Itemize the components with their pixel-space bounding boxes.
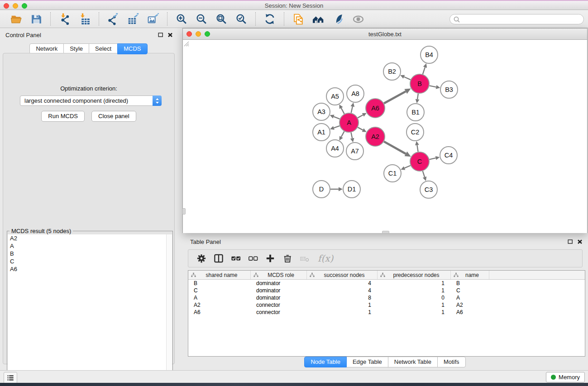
cell-predecessor-nodes: 1 bbox=[378, 301, 451, 309]
edge-A6-B[interactable] bbox=[384, 91, 406, 103]
import-network-button[interactable] bbox=[57, 12, 72, 26]
show-graphics-details-button[interactable] bbox=[330, 12, 346, 26]
zoom-out-button[interactable] bbox=[194, 12, 209, 26]
memory-button[interactable]: Memory bbox=[546, 372, 585, 382]
cell-MCDS-role: connector bbox=[251, 301, 307, 309]
zoom-fit-button[interactable] bbox=[214, 12, 229, 26]
export-image-button[interactable] bbox=[145, 12, 161, 26]
criterion-dropdown[interactable]: largest connected component (directed) bbox=[20, 95, 162, 106]
copy-current-view-button[interactable] bbox=[291, 12, 306, 26]
task-list-icon bbox=[7, 374, 14, 381]
table-row[interactable]: A6connector11A6 bbox=[188, 309, 585, 316]
task-history-button[interactable] bbox=[4, 372, 17, 384]
delete-table-icon bbox=[299, 253, 310, 264]
function-builder-button[interactable]: f(x) bbox=[318, 253, 333, 264]
network-graph: A5A8A3A6AA1A2A4A7B2B4BB3B1C2C4CC1C3DD1 bbox=[183, 40, 587, 233]
close-table-panel-icon[interactable] bbox=[577, 239, 583, 244]
edge-B-B4[interactable] bbox=[423, 67, 425, 75]
hide-graphics-details-button[interactable] bbox=[350, 12, 366, 26]
cell-MCDS-role: dominator bbox=[251, 294, 307, 301]
network-vertical-scrollbar[interactable] bbox=[182, 208, 186, 214]
edge-A-A4[interactable] bbox=[341, 131, 344, 137]
export-network-button[interactable] bbox=[105, 12, 121, 26]
cell-shared-name: A6 bbox=[188, 309, 251, 316]
table-row[interactable]: Bdominator41B bbox=[188, 280, 585, 287]
table-tabs: Node TableEdge TableNetwork TableMotifs bbox=[182, 357, 588, 367]
run-mcds-button[interactable]: Run MCDS bbox=[41, 111, 85, 122]
edge-A-A7[interactable] bbox=[351, 133, 352, 138]
edge-A-A1[interactable] bbox=[334, 126, 339, 128]
table-options-button[interactable] bbox=[195, 252, 208, 265]
tab-edge-table[interactable]: Edge Table bbox=[346, 357, 388, 367]
column-header-shared-name[interactable]: shared name bbox=[188, 271, 251, 279]
zoom-in-button[interactable] bbox=[174, 12, 189, 26]
edge-arrow-C-C3 bbox=[423, 176, 426, 181]
table-row[interactable]: A2connector11A2 bbox=[188, 301, 585, 309]
edge-B-B1[interactable] bbox=[417, 94, 418, 100]
mcds-result-list: A2ABCA6 bbox=[8, 234, 167, 386]
zoom-selected-button[interactable] bbox=[234, 12, 249, 26]
export-table-button[interactable] bbox=[125, 12, 141, 26]
memory-status-icon bbox=[551, 375, 556, 380]
save-session-button[interactable] bbox=[29, 12, 44, 26]
edge-arrow-C-C4 bbox=[435, 156, 440, 160]
edge-A-A8[interactable] bbox=[351, 106, 353, 113]
result-item[interactable]: C bbox=[8, 257, 166, 265]
column-visibility-button[interactable] bbox=[212, 252, 225, 265]
tab-network-table[interactable]: Network Table bbox=[388, 357, 438, 367]
edge-B-B3[interactable] bbox=[430, 86, 436, 87]
column-header-name[interactable]: name bbox=[451, 271, 489, 279]
network-canvas[interactable]: A5A8A3A6AA1A2A4A7B2B4BB3B1C2C4CC1C3DD1 bbox=[183, 40, 587, 233]
delete-column-button[interactable] bbox=[281, 252, 294, 265]
edge-C-C3[interactable] bbox=[423, 171, 425, 177]
result-item[interactable]: A2 bbox=[8, 234, 166, 242]
close-panel-button[interactable]: Close panel bbox=[91, 111, 136, 122]
node-label-A2: A2 bbox=[371, 133, 379, 140]
search-input[interactable] bbox=[460, 16, 583, 23]
edge-C-C2[interactable] bbox=[417, 145, 418, 152]
column-header-successor-nodes[interactable]: successor nodes bbox=[307, 271, 378, 279]
result-list-scrollbar[interactable] bbox=[166, 234, 172, 386]
result-item[interactable]: A6 bbox=[8, 265, 166, 273]
toolbar-separator bbox=[167, 12, 167, 26]
status-bar: Memory bbox=[0, 370, 588, 383]
edge-A-A2[interactable] bbox=[358, 127, 363, 130]
float-table-panel-icon[interactable] bbox=[568, 239, 573, 244]
add-column-button[interactable] bbox=[263, 252, 277, 265]
table-row[interactable]: Adominator80A bbox=[188, 294, 585, 301]
network-overview-button[interactable] bbox=[311, 12, 326, 26]
refresh-view-button[interactable] bbox=[262, 12, 277, 26]
open-session-button[interactable] bbox=[9, 12, 24, 26]
export-network-icon bbox=[107, 13, 120, 25]
column-header-predecessor-nodes[interactable]: predecessor nodes bbox=[378, 271, 451, 279]
criterion-value: largest connected component (directed) bbox=[20, 97, 153, 104]
table-row[interactable]: Cdominator41C bbox=[188, 287, 585, 294]
tab-node-table[interactable]: Node Table bbox=[304, 357, 347, 367]
tab-motifs[interactable]: Motifs bbox=[437, 357, 466, 367]
result-item[interactable]: B bbox=[8, 250, 166, 257]
deselect-all-rows-button[interactable] bbox=[246, 252, 260, 265]
tab-mcds[interactable]: MCDS bbox=[117, 43, 147, 54]
select-all-rows-icon bbox=[230, 253, 241, 264]
edge-A-A6[interactable] bbox=[358, 115, 363, 118]
edge-A2-C[interactable] bbox=[384, 142, 406, 154]
close-panel-icon[interactable] bbox=[167, 32, 173, 38]
edge-C-C4[interactable] bbox=[429, 158, 435, 159]
window-resize-grip[interactable] bbox=[183, 40, 189, 47]
node-label-A7: A7 bbox=[351, 148, 359, 155]
zoom-in-icon bbox=[176, 13, 188, 25]
float-panel-icon[interactable] bbox=[158, 32, 163, 38]
network-horizontal-scrollbar[interactable] bbox=[382, 231, 389, 234]
cell-successor-nodes: 1 bbox=[307, 309, 378, 316]
import-table-button[interactable] bbox=[77, 12, 92, 26]
column-header-MCDS-role[interactable]: MCDS role bbox=[251, 271, 307, 279]
node-label-B2: B2 bbox=[388, 68, 396, 75]
delete-table-button[interactable] bbox=[298, 252, 311, 265]
result-item[interactable]: A bbox=[8, 242, 166, 250]
edge-C-C1[interactable] bbox=[405, 166, 411, 168]
edge-A-A3[interactable] bbox=[334, 117, 340, 119]
edge-B-B2[interactable] bbox=[404, 77, 411, 80]
edge-A-A5[interactable] bbox=[341, 108, 344, 114]
search-field[interactable] bbox=[449, 14, 584, 24]
select-all-rows-button[interactable] bbox=[229, 252, 243, 265]
